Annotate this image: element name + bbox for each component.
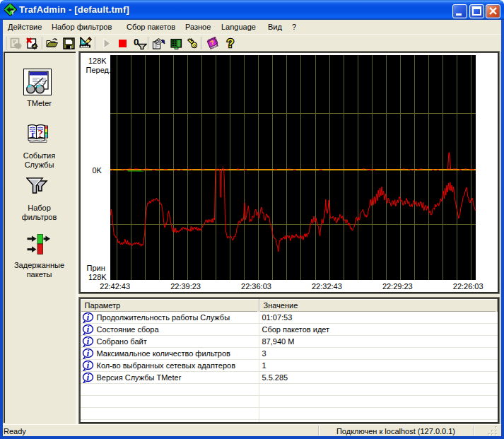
svg-text:i: i: [31, 129, 34, 139]
svg-text:?: ?: [227, 37, 234, 50]
svg-text:?: ?: [38, 129, 43, 139]
svg-text:0: 0: [134, 37, 139, 47]
